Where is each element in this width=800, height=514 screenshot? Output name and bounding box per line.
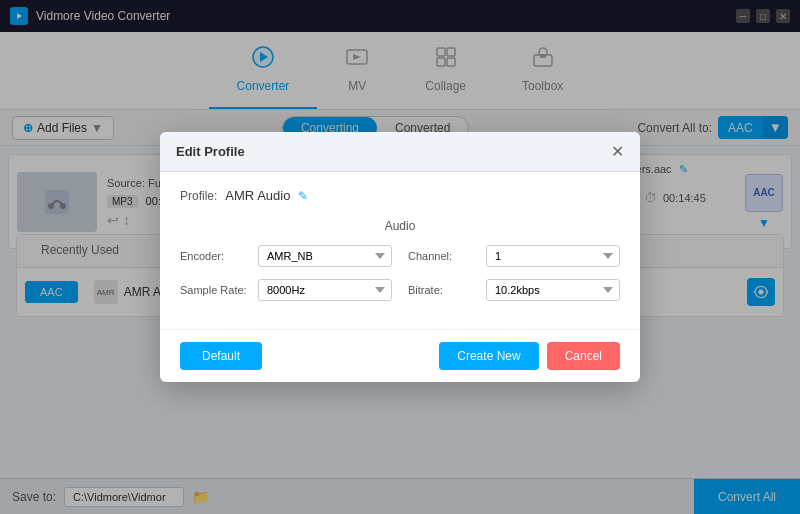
bitrate-select[interactable]: 10.2kbps <box>486 279 620 301</box>
modal-header: Edit Profile ✕ <box>160 132 640 172</box>
default-button[interactable]: Default <box>180 342 262 370</box>
encoder-field: Encoder: AMR_NB <box>180 245 392 267</box>
channel-select[interactable]: 1 <box>486 245 620 267</box>
profile-label: Profile: <box>180 189 217 203</box>
encoder-label: Encoder: <box>180 250 250 262</box>
sample-rate-select[interactable]: 8000Hz <box>258 279 392 301</box>
profile-row: Profile: AMR Audio ✎ <box>180 188 620 203</box>
modal-title: Edit Profile <box>176 144 245 159</box>
channel-label: Channel: <box>408 250 478 262</box>
edit-profile-modal: Edit Profile ✕ Profile: AMR Audio ✎ Audi… <box>160 132 640 382</box>
modal-body: Profile: AMR Audio ✎ Audio Encoder: AMR_… <box>160 172 640 329</box>
form-row-2: Sample Rate: 8000Hz Bitrate: 10.2kbps <box>180 279 620 301</box>
sample-rate-field: Sample Rate: 8000Hz <box>180 279 392 301</box>
channel-field: Channel: 1 <box>408 245 620 267</box>
modal-footer: Default Create New Cancel <box>160 329 640 382</box>
bitrate-field: Bitrate: 10.2kbps <box>408 279 620 301</box>
form-row-1: Encoder: AMR_NB Channel: 1 <box>180 245 620 267</box>
profile-edit-icon[interactable]: ✎ <box>298 189 308 203</box>
cancel-button[interactable]: Cancel <box>547 342 620 370</box>
encoder-select[interactable]: AMR_NB <box>258 245 392 267</box>
modal-close-button[interactable]: ✕ <box>611 142 624 161</box>
create-new-button[interactable]: Create New <box>439 342 538 370</box>
sample-rate-label: Sample Rate: <box>180 284 250 296</box>
bitrate-label: Bitrate: <box>408 284 478 296</box>
audio-section-label: Audio <box>180 219 620 233</box>
modal-overlay: Edit Profile ✕ Profile: AMR Audio ✎ Audi… <box>0 0 800 514</box>
profile-name: AMR Audio <box>225 188 290 203</box>
footer-right: Create New Cancel <box>439 342 620 370</box>
